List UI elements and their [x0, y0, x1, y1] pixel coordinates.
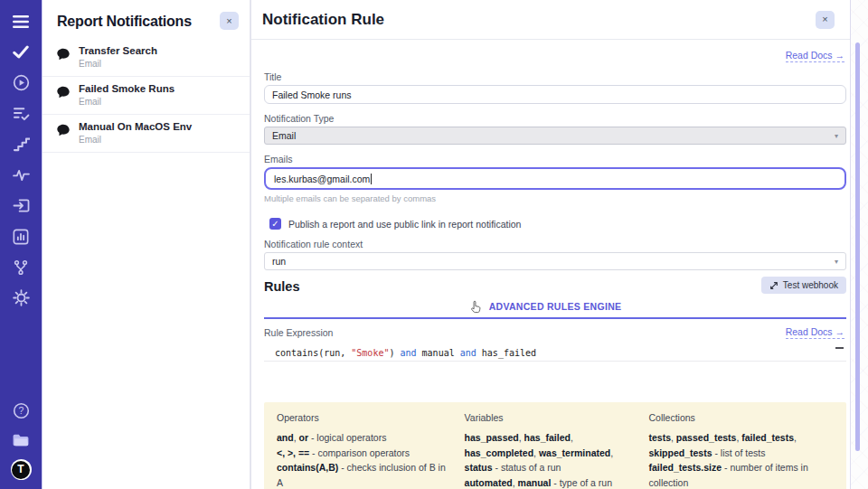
notification-type-value: Email [272, 130, 296, 141]
help-item: failed_tests.size - number of items in c… [649, 460, 835, 489]
read-docs-link-expression[interactable]: Read Docs → [786, 326, 844, 339]
sidebar: ? T [0, 0, 42, 489]
help-column-variables: Variables has_passed, has_failed, has_co… [465, 412, 633, 489]
notification-item-text: Failed Smoke Runs Email [79, 83, 175, 107]
emails-input[interactable]: les.kurbas@gmail.com [264, 167, 846, 190]
notification-rule-panel: Notification Rule × Read Docs → Title No… [250, 0, 851, 489]
sidebar-footer: ? T [11, 401, 32, 480]
title-input[interactable] [264, 85, 846, 104]
notification-list-item[interactable]: Manual On MacOS Env Email [42, 115, 250, 153]
notification-item-title: Transfer Search [79, 45, 157, 56]
notification-item-type: Email [79, 135, 192, 145]
rule-expression-editor[interactable]: contains(run, "Smoke") and manual and ha… [264, 344, 846, 399]
chat-bubble-icon [56, 48, 71, 61]
chat-bubble-icon [56, 86, 71, 99]
help-item: tests, passed_tests, failed_tests, skipp… [649, 430, 835, 460]
test-webhook-button[interactable]: Test webhook [761, 277, 846, 294]
app-root: ? T Report Notifications × Transfer Sear… [0, 0, 868, 489]
help-column-header: Variables [465, 412, 633, 423]
editor-scroll-handle[interactable] [835, 347, 844, 349]
notification-item-title: Failed Smoke Runs [79, 83, 175, 94]
panel-title: Report Notifications [57, 12, 192, 30]
help-icon[interactable]: ? [11, 401, 31, 420]
notification-item-type: Email [79, 97, 175, 107]
help-item: contains(A,B) - checks inclusion of B in… [277, 460, 448, 489]
emails-field-label: Emails [264, 154, 846, 165]
rules-heading: Rules [264, 279, 300, 294]
vertical-scrollbar [855, 41, 861, 487]
rule-expression-label: Rule Expression [264, 327, 333, 338]
notification-rule-header: Notification Rule × [251, 0, 850, 40]
rule-context-value: run [272, 256, 286, 267]
sign-in-icon[interactable] [11, 196, 31, 215]
tab-advanced-rules-engine[interactable]: ADVANCED RULES ENGINE [489, 297, 622, 316]
notification-type-label: Notification Type [264, 113, 846, 124]
notification-item-title: Manual On MacOS Env [79, 121, 192, 132]
dialog-close-button[interactable]: × [816, 11, 835, 29]
test-webhook-label: Test webhook [783, 280, 838, 290]
folder-icon[interactable] [11, 430, 31, 449]
app-logo[interactable]: T [11, 459, 32, 480]
list-check-icon[interactable] [11, 104, 31, 123]
help-item: automated, manual - type of a run [465, 475, 633, 489]
svg-text:?: ? [18, 406, 24, 416]
report-notifications-header: Report Notifications × [42, 0, 250, 39]
branch-icon[interactable] [11, 258, 31, 277]
publish-report-checkbox-row[interactable]: ✓ Publish a report and use public link i… [269, 218, 846, 230]
help-column-header: Collections [649, 412, 835, 423]
chevron-down-icon: ▾ [835, 258, 838, 266]
read-docs-link[interactable]: Read Docs → [786, 50, 844, 62]
app-logo-letter: T [12, 461, 30, 479]
menu-icon[interactable] [11, 12, 31, 31]
chevron-down-icon: ▾ [835, 132, 838, 140]
help-column-operators: Operators and, or - logical operators <,… [277, 412, 448, 489]
title-field-label: Title [264, 71, 846, 82]
rule-context-select[interactable]: run ▾ [264, 252, 846, 270]
notification-list-item[interactable]: Failed Smoke Runs Email [42, 77, 250, 115]
rules-tabbar: ADVANCED RULES ENGINE [264, 297, 846, 319]
steps-icon[interactable] [11, 135, 31, 154]
report-notifications-panel: Report Notifications × Transfer Search E… [42, 0, 250, 489]
scrollbar-thumb[interactable] [855, 42, 860, 451]
notification-list-item[interactable]: Transfer Search Email [42, 39, 250, 77]
text-cursor [371, 174, 372, 184]
webhook-arrows-icon [769, 281, 778, 290]
notification-item-text: Manual On MacOS Env Email [79, 121, 192, 145]
rules-help-panel: Operators and, or - logical operators <,… [264, 402, 846, 489]
help-column-header: Operators [277, 412, 448, 423]
settings-gear-icon[interactable] [11, 288, 31, 307]
rule-expression-row: Rule Expression Read Docs → [264, 326, 846, 339]
help-item: has_passed, has_failed, has_completed, w… [465, 430, 633, 475]
check-icon[interactable] [11, 42, 31, 61]
help-item: <, >, == - comparison operators [277, 446, 448, 461]
checkbox-checked-icon[interactable]: ✓ [269, 218, 281, 230]
mouse-hand-cursor [470, 300, 482, 314]
publish-report-checkbox-label: Publish a report and use public link in … [288, 219, 521, 230]
notification-item-text: Transfer Search Email [79, 45, 157, 69]
panel-close-button[interactable]: × [220, 12, 239, 30]
read-docs-row: Read Docs → [264, 46, 846, 62]
emails-helper-text: Multiple emails can be separated by comm… [264, 193, 846, 203]
play-circle-icon[interactable] [11, 73, 31, 92]
rule-expression-code[interactable]: contains(run, "Smoke") and manual and ha… [264, 344, 846, 362]
page-title: Notification Rule [262, 11, 384, 29]
help-item: and, or - logical operators [277, 430, 448, 446]
notification-type-select[interactable]: Email ▾ [264, 127, 846, 145]
help-column-collections: Collections tests, passed_tests, failed_… [649, 412, 835, 489]
emails-input-value: les.kurbas@gmail.com [274, 174, 370, 184]
sidebar-nav [11, 12, 31, 307]
activity-icon[interactable] [11, 165, 31, 184]
bar-chart-icon[interactable] [11, 227, 31, 246]
rules-section-header: Rules Test webhook [264, 277, 846, 294]
notification-item-type: Email [79, 59, 157, 69]
notification-rule-form: Read Docs → Title Notification Type Emai… [251, 40, 850, 489]
rule-context-label: Notification rule context [264, 239, 846, 249]
chat-bubble-icon [56, 124, 71, 136]
